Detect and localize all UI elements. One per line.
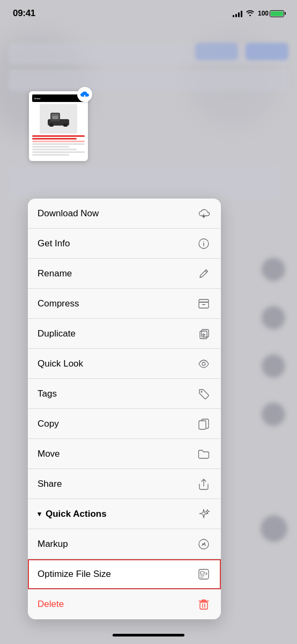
- menu-item-tags[interactable]: Tags: [28, 379, 221, 409]
- menu-item-copy-label: Copy: [38, 419, 59, 429]
- quick-actions-header[interactable]: ▾ Quick Actions: [28, 499, 221, 529]
- bg-button-1: [246, 43, 288, 60]
- info-circle-icon: [196, 236, 211, 251]
- eye-icon: [196, 356, 211, 371]
- menu-item-optimize-file-size[interactable]: Optimize File Size: [28, 559, 221, 589]
- menu-item-move[interactable]: Move: [28, 439, 221, 469]
- bg-circle-2: [262, 306, 285, 330]
- optimize-icon: [196, 567, 211, 582]
- file-thumbnail: Graco: [29, 91, 88, 161]
- menu-item-download-now[interactable]: Download Now: [28, 199, 221, 229]
- file-thumbnail-area: Graco: [29, 91, 88, 161]
- bg-row-2: [9, 70, 288, 91]
- menu-item-rename-label: Rename: [38, 268, 72, 279]
- svg-point-12: [202, 362, 205, 365]
- menu-item-quick-look-label: Quick Look: [38, 358, 83, 369]
- sparkles-icon: [196, 507, 211, 522]
- trash-icon: [196, 597, 211, 612]
- menu-item-download-now-label: Download Now: [38, 208, 99, 219]
- bg-circle-4: [262, 402, 285, 426]
- doc-brand: Graco: [34, 97, 41, 100]
- menu-item-compress[interactable]: Compress: [28, 289, 221, 319]
- menu-item-markup-label: Markup: [38, 539, 68, 550]
- context-menu: Download Now Get Info Rename: [28, 199, 221, 619]
- menu-item-duplicate[interactable]: Duplicate: [28, 319, 221, 349]
- cloud-download-icon: [196, 206, 211, 221]
- menu-item-delete[interactable]: Delete: [28, 589, 221, 619]
- svg-rect-11: [202, 330, 209, 337]
- svg-rect-5: [53, 116, 58, 119]
- svg-rect-8: [199, 299, 209, 302]
- share-icon: [196, 477, 211, 492]
- chevron-down-icon: ▾: [38, 510, 41, 518]
- home-indicator: [113, 634, 184, 636]
- menu-item-tags-label: Tags: [38, 389, 57, 399]
- battery-icon: 100: [258, 10, 284, 17]
- svg-rect-18: [200, 602, 207, 609]
- svg-point-7: [203, 241, 204, 242]
- folder-icon: [196, 447, 211, 462]
- markup-icon: [196, 537, 211, 552]
- doc-car-image: [40, 104, 77, 134]
- bg-button-2: [195, 43, 238, 60]
- svg-rect-3: [49, 123, 54, 127]
- status-bar: 09:41 100: [0, 0, 297, 27]
- cloud-download-badge: [77, 87, 92, 102]
- menu-item-share-label: Share: [38, 479, 62, 489]
- archive-box-icon: [196, 296, 211, 311]
- menu-item-delete-label: Delete: [38, 599, 64, 610]
- menu-item-duplicate-label: Duplicate: [38, 328, 76, 339]
- status-time: 09:41: [13, 8, 35, 19]
- svg-rect-4: [63, 123, 68, 127]
- signal-icon: [233, 10, 242, 17]
- bg-circle-3: [262, 354, 285, 378]
- menu-item-get-info[interactable]: Get Info: [28, 229, 221, 259]
- doc-text-lines: [32, 135, 85, 157]
- document-copy-icon: [196, 416, 211, 431]
- menu-item-markup[interactable]: Markup: [28, 529, 221, 559]
- plus-square-icon: [196, 326, 211, 341]
- svg-rect-9: [199, 302, 209, 308]
- tag-icon: [196, 386, 211, 401]
- svg-point-13: [201, 391, 203, 392]
- menu-item-copy[interactable]: Copy: [28, 409, 221, 439]
- svg-rect-14: [199, 421, 206, 429]
- menu-item-compress-label: Compress: [38, 298, 79, 309]
- menu-item-quick-look[interactable]: Quick Look: [28, 349, 221, 379]
- bg-circle-5: [261, 515, 287, 542]
- wifi-icon: [246, 9, 255, 18]
- quick-actions-left: ▾ Quick Actions: [38, 509, 107, 519]
- menu-item-get-info-label: Get Info: [38, 238, 70, 249]
- quick-actions-label: Quick Actions: [46, 509, 107, 519]
- bg-row-3: [9, 166, 281, 199]
- pencil-icon: [196, 266, 211, 281]
- bg-circle-1: [262, 258, 285, 281]
- svg-rect-17: [201, 572, 204, 574]
- menu-item-rename[interactable]: Rename: [28, 259, 221, 289]
- menu-item-move-label: Move: [38, 449, 60, 459]
- menu-item-optimize-file-size-label: Optimize File Size: [38, 569, 111, 580]
- battery-percent: 100: [258, 10, 269, 17]
- status-icons: 100: [233, 9, 284, 18]
- menu-item-share[interactable]: Share: [28, 469, 221, 499]
